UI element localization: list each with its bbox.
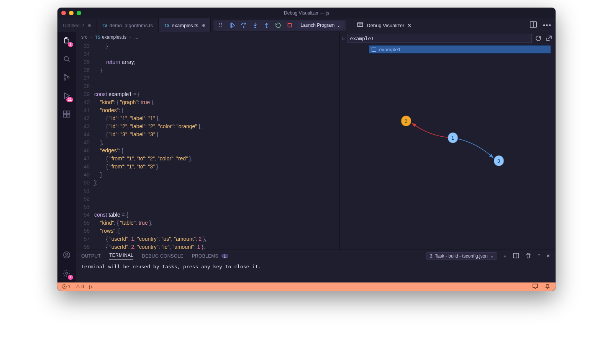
debug-config-label: Launch Program (301, 23, 335, 28)
expand-icon[interactable]: ▷ (342, 36, 345, 41)
svg-point-1 (254, 27, 255, 28)
activity-debug[interactable]: 21 (61, 90, 72, 101)
tab-label: demo_algorithms.ts (110, 23, 153, 28)
line-number-gutter: 3334353637383940414243444546474849505152… (76, 42, 94, 250)
maximize-window-button[interactable] (77, 11, 81, 15)
graph-edge (412, 123, 453, 138)
breadcrumb-file: examples.ts (102, 34, 126, 40)
ts-file-icon: TS (164, 23, 169, 28)
panel-maximize-button[interactable]: ⌃ (537, 253, 541, 259)
debug-visualizer-panel: ▷ example1 123 (340, 32, 556, 250)
right-panel-tabs: Debug Visualizer ✕ (351, 18, 417, 32)
debug-stop-button[interactable] (285, 21, 295, 30)
chevron-down-icon: ⌄ (490, 253, 494, 259)
code-editor-group: src › TSexamples.ts › … 3334353637383940… (76, 32, 340, 250)
split-editor-button[interactable] (529, 20, 538, 30)
status-bell-icon[interactable] (544, 283, 551, 291)
new-terminal-button[interactable]: ＋ (503, 253, 507, 260)
panel-tab-output[interactable]: OUTPUT (81, 253, 101, 259)
svg-point-16 (66, 272, 68, 274)
panel-tab-label: Debug Visualizer (367, 23, 404, 28)
window-controls (61, 11, 81, 15)
graph-canvas[interactable]: 123 (340, 44, 556, 250)
activity-extensions[interactable] (61, 109, 72, 119)
terminal-output[interactable]: Terminal will be reused by tasks, press … (76, 262, 556, 282)
editor-tab-1[interactable]: TSdemo_algorithms.ts (97, 18, 159, 32)
svg-point-6 (64, 57, 69, 61)
debug-step-over-button[interactable] (239, 21, 249, 30)
activity-search[interactable] (61, 54, 72, 64)
activity-accounts[interactable] (61, 250, 72, 260)
svg-rect-10 (64, 111, 66, 114)
titlebar: Debug Visualizer — js (57, 8, 556, 18)
svg-rect-13 (67, 114, 70, 117)
workspace-body: 2 21 1 src › (57, 32, 556, 282)
editor-tabs: Untitled-2TSdemo_algorithms.tsTSexamples… (57, 18, 211, 32)
panel-close-button[interactable]: ✕ (546, 253, 550, 259)
svg-rect-4 (358, 23, 363, 27)
editor-top-row: Untitled-2TSdemo_algorithms.tsTSexamples… (57, 18, 556, 32)
panel-tab-debug-console[interactable]: DEBUG CONSOLE (142, 253, 184, 259)
modified-indicator (202, 24, 205, 27)
svg-point-8 (64, 78, 66, 80)
breadcrumb-root: src (81, 34, 87, 40)
status-bar: ⓧ 1 ⚠ 0 ▷ (57, 282, 556, 291)
tab-debug-visualizer[interactable]: Debug Visualizer ✕ (351, 18, 417, 32)
panel-tabbar: OUTPUT TERMINAL DEBUG CONSOLE PROBLEMS 1… (76, 250, 556, 262)
debug-step-into-button[interactable] (250, 21, 260, 30)
breadcrumb-trail: … (134, 34, 139, 40)
svg-point-0 (243, 26, 244, 27)
settings-badge: 1 (68, 275, 73, 280)
svg-point-7 (64, 74, 66, 76)
activity-source-control[interactable] (61, 72, 72, 83)
debug-toolbar-grip-icon[interactable]: ⠿ (216, 21, 226, 30)
svg-rect-12 (64, 114, 66, 117)
code-content[interactable]: } return array; } const example1 = { "ki… (94, 42, 339, 250)
graph-edges (340, 44, 556, 250)
status-errors[interactable]: ⓧ 1 (62, 284, 70, 290)
activity-settings[interactable]: 1 (61, 268, 72, 279)
graph-node-1[interactable]: 1 (448, 132, 458, 143)
window-title: Debug Visualizer — js (284, 10, 329, 16)
terminal-selector[interactable]: 3: Task - build - tsconfig.json ⌄ (426, 252, 497, 260)
status-run-button[interactable]: ▷ (89, 284, 93, 289)
more-actions-button[interactable]: ••• (543, 22, 552, 29)
preview-icon (357, 21, 364, 29)
visualizer-expression-input[interactable] (347, 34, 532, 43)
close-icon[interactable]: ✕ (407, 23, 411, 28)
breadcrumb[interactable]: src › TSexamples.ts › … (76, 32, 339, 42)
debug-continue-button[interactable] (227, 21, 237, 30)
editor-tab-2[interactable]: TSexamples.ts (159, 18, 210, 32)
ts-file-icon: TS (102, 23, 107, 28)
pop-out-button[interactable] (545, 34, 553, 42)
status-warnings[interactable]: ⚠ 0 (76, 284, 84, 289)
panel-tab-problems[interactable]: PROBLEMS 1 (192, 253, 228, 259)
svg-point-15 (66, 253, 68, 255)
refresh-button[interactable] (534, 34, 543, 42)
graph-node-3[interactable]: 3 (494, 155, 504, 166)
debug-config-dropdown[interactable]: Launch Program ⌄ (298, 21, 344, 29)
debug-restart-button[interactable] (273, 21, 283, 30)
debug-toolbar[interactable]: ⠿ Launch Program ⌄ (213, 19, 347, 31)
status-feedback-icon[interactable] (532, 283, 539, 291)
editor-tab-0[interactable]: Untitled-2 (57, 18, 97, 32)
graph-edge (453, 138, 493, 158)
graph-node-2[interactable]: 2 (401, 116, 411, 126)
activity-bar: 2 21 1 (57, 32, 76, 282)
kill-terminal-button[interactable] (525, 252, 532, 260)
visualizer-toolbar: ▷ (340, 32, 556, 44)
svg-rect-11 (67, 111, 70, 114)
svg-rect-3 (288, 24, 291, 27)
main-area: src › TSexamples.ts › … 3334353637383940… (76, 32, 556, 282)
panel-tab-terminal[interactable]: TERMINAL (109, 253, 133, 260)
problems-count-badge: 1 (221, 254, 228, 258)
activity-explorer[interactable]: 2 (61, 35, 72, 46)
close-window-button[interactable] (61, 11, 66, 15)
terminal-selector-label: 3: Task - build - tsconfig.json (430, 253, 488, 259)
debug-step-out-button[interactable] (262, 21, 272, 30)
bottom-panel: OUTPUT TERMINAL DEBUG CONSOLE PROBLEMS 1… (76, 250, 556, 282)
code-editor[interactable]: 3334353637383940414243444546474849505152… (76, 42, 339, 250)
modified-indicator (88, 24, 91, 27)
minimize-window-button[interactable] (69, 11, 74, 15)
split-terminal-button[interactable] (513, 252, 520, 260)
